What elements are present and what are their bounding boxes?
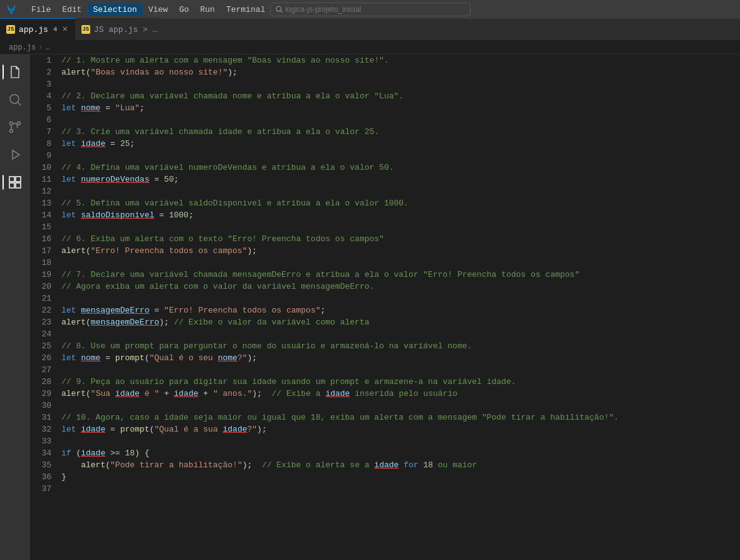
menu-go[interactable]: Go [174, 4, 194, 16]
menu-edit[interactable]: Edit [57, 4, 86, 16]
line-content [61, 328, 740, 340]
svg-rect-8 [9, 177, 14, 182]
line-content: // 6. Exiba um alerta com o texto "Erro!… [61, 233, 740, 245]
line-number: 19 [30, 269, 61, 281]
menu-file[interactable]: File [26, 4, 56, 16]
line-content: alert(mensagemDeErro); // Exibe o valor … [61, 316, 740, 328]
line-content: alert("Pode tirar a habilitação!"); // E… [61, 459, 740, 471]
code-editor[interactable]: 1// 1. Mostre um alerta com a mensagem "… [30, 54, 740, 560]
code-line: 35 alert("Pode tirar a habilitação!"); /… [30, 459, 740, 471]
line-content [61, 150, 740, 162]
line-content [61, 114, 740, 126]
code-line: 9 [30, 150, 740, 162]
code-line: 18 [30, 257, 740, 269]
line-content: alert("Sua idade é " + idade + " anos.")… [61, 388, 740, 400]
line-content: // 9. Peça ao usuário para digitar sua i… [61, 376, 740, 388]
code-line: 37 [30, 483, 740, 495]
line-number: 22 [30, 304, 61, 316]
line-number: 9 [30, 150, 61, 162]
line-number: 10 [30, 162, 61, 174]
menu-view[interactable]: View [143, 4, 173, 16]
menu-selection[interactable]: Selection [88, 4, 142, 16]
code-line: 19// 7. Declare uma variável chamada men… [30, 269, 740, 281]
code-line: 36} [30, 471, 740, 483]
source-control-icon[interactable] [3, 115, 28, 140]
line-content: // 8. Use um prompt para perguntar o nom… [61, 340, 740, 352]
line-number: 20 [30, 281, 61, 293]
line-content [61, 221, 740, 233]
line-content [61, 364, 740, 376]
code-line: 7// 3. Crie uma variável chamada idade e… [30, 126, 740, 138]
line-number: 34 [30, 447, 61, 459]
line-content: let saldoDisponivel = 1000; [61, 209, 740, 221]
svg-point-6 [10, 130, 13, 133]
search-input[interactable] [285, 5, 465, 14]
svg-point-2 [10, 95, 19, 103]
line-content: let idade = 25; [61, 138, 740, 150]
line-content: // Agora exiba um alerta com o valor da … [61, 281, 740, 293]
extensions-icon[interactable] [3, 170, 28, 195]
code-line: 27 [30, 364, 740, 376]
tab-app-js[interactable]: JS app.js 4 × [0, 18, 75, 40]
menu-terminal[interactable]: Terminal [221, 4, 270, 16]
code-line: 29alert("Sua idade é " + idade + " anos.… [30, 388, 740, 400]
explorer-icon[interactable] [3, 60, 28, 85]
code-line: 5let nome = "Lua"; [30, 102, 740, 114]
line-content: // 3. Crie uma variável chamada idade e … [61, 126, 740, 138]
tab-label-2: JS app.js > … [94, 25, 157, 34]
tab-label: app.js [19, 25, 48, 34]
line-number: 7 [30, 126, 61, 138]
line-number: 29 [30, 388, 61, 400]
line-number: 17 [30, 245, 61, 257]
line-number: 32 [30, 423, 61, 435]
line-number: 13 [30, 197, 61, 209]
line-number: 5 [30, 102, 61, 114]
line-number: 25 [30, 340, 61, 352]
code-line: 16// 6. Exiba um alerta com o texto "Err… [30, 233, 740, 245]
app-logo [5, 3, 18, 16]
line-content: let numeroDeVendas = 50; [61, 174, 740, 185]
svg-point-4 [10, 122, 13, 125]
svg-line-1 [281, 11, 282, 12]
line-number: 11 [30, 174, 61, 185]
line-content: // 4. Defina uma variável numeroDeVendas… [61, 162, 740, 174]
code-line: 1// 1. Mostre um alerta com a mensagem "… [30, 54, 740, 66]
line-number: 31 [30, 412, 61, 423]
line-content: // 10. Agora, caso a idade seja maior ou… [61, 412, 740, 423]
line-number: 27 [30, 364, 61, 376]
line-number: 12 [30, 185, 61, 197]
line-content: let mensagemDeErro = "Erro! Preencha tod… [61, 304, 740, 316]
code-line: 34if (idade >= 18) { [30, 447, 740, 459]
menu-run[interactable]: Run [195, 4, 219, 16]
svg-line-3 [18, 103, 21, 106]
line-content [61, 435, 740, 447]
code-line: 15 [30, 221, 740, 233]
line-content [61, 483, 740, 495]
line-number: 4 [30, 90, 61, 102]
js-file-icon-2: JS [81, 25, 90, 34]
code-line: 2alert("Boas vindas ao nosso site!"); [30, 66, 740, 78]
editor: 1// 1. Mostre um alerta com a mensagem "… [30, 54, 740, 560]
search-bar[interactable] [270, 3, 471, 16]
code-line: 21 [30, 293, 740, 304]
svg-rect-10 [16, 183, 21, 188]
breadcrumb-section: … [45, 43, 50, 52]
debug-icon[interactable] [3, 142, 28, 167]
tab-bar: JS app.js 4 × JS JS app.js > … [0, 19, 740, 41]
svg-rect-9 [16, 177, 21, 182]
js-file-icon: JS [6, 25, 15, 34]
line-content [61, 78, 740, 90]
tab-close-button[interactable]: × [61, 24, 68, 34]
breadcrumb-file: app.js [9, 43, 36, 52]
search-activity-icon[interactable] [3, 87, 28, 112]
line-content [61, 257, 740, 269]
breadcrumb: app.js › … [0, 41, 740, 54]
code-line: 12 [30, 185, 740, 197]
tab-appjs-dots[interactable]: JS JS app.js > … [75, 18, 164, 40]
line-number: 24 [30, 328, 61, 340]
code-line: 25// 8. Use um prompt para perguntar o n… [30, 340, 740, 352]
code-line: 3 [30, 78, 740, 90]
line-number: 35 [30, 459, 61, 471]
code-line: 23alert(mensagemDeErro); // Exibe o valo… [30, 316, 740, 328]
line-number: 6 [30, 114, 61, 126]
